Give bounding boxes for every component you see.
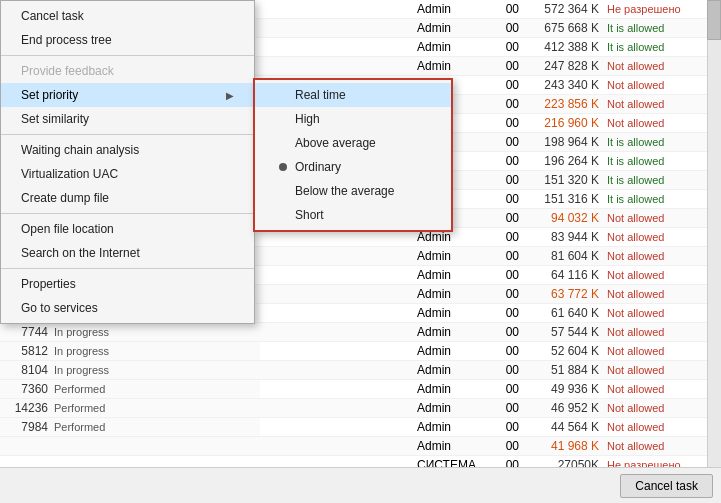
context-menu-item-virtualization-uac[interactable]: Virtualization UAC: [1, 162, 254, 186]
cancel-task-button[interactable]: Cancel task: [620, 474, 713, 498]
submenu-item-ordinary[interactable]: Ordinary: [255, 155, 451, 179]
menu-separator: [1, 55, 254, 56]
table-row[interactable]: 5812In progress: [0, 342, 260, 361]
scrollbar[interactable]: [707, 0, 721, 467]
context-menu-item-set-priority[interactable]: Set priority▶: [1, 83, 254, 107]
table-row[interactable]: 14236Performed: [0, 399, 260, 418]
menu-separator: [1, 213, 254, 214]
submenu-item-below-the-average[interactable]: Below the average: [255, 179, 451, 203]
context-menu-item-cancel-task[interactable]: Cancel task: [1, 4, 254, 28]
menu-separator: [1, 268, 254, 269]
context-menu-item-waiting-chain-analysis[interactable]: Waiting chain analysis: [1, 138, 254, 162]
context-menu-item-go-to-services[interactable]: Go to services: [1, 296, 254, 320]
context-menu-item-end-process-tree[interactable]: End process tree: [1, 28, 254, 52]
submenu-item-above-average[interactable]: Above average: [255, 131, 451, 155]
context-menu-item-properties[interactable]: Properties: [1, 272, 254, 296]
context-menu-item-provide-feedback: Provide feedback: [1, 59, 254, 83]
context-menu-item-set-similarity[interactable]: Set similarity: [1, 107, 254, 131]
context-menu-item-open-file-location[interactable]: Open file location: [1, 217, 254, 241]
context-menu-item-search-on-the-internet[interactable]: Search on the Internet: [1, 241, 254, 265]
bottom-bar: Cancel task: [0, 467, 721, 503]
context-menu-item-create-dump-file[interactable]: Create dump file: [1, 186, 254, 210]
submenu-item-high[interactable]: High: [255, 107, 451, 131]
context-menu: Cancel taskEnd process treeProvide feedb…: [0, 0, 255, 324]
table-row[interactable]: 7744In progress: [0, 323, 260, 342]
table-row[interactable]: Admin 00 41 968 K Not allowed: [0, 437, 721, 456]
submenu: Real timeHighAbove averageOrdinaryBelow …: [253, 78, 453, 232]
scrollbar-thumb[interactable]: [707, 0, 721, 40]
table-row[interactable]: 7360Performed: [0, 380, 260, 399]
submenu-item-short[interactable]: Short: [255, 203, 451, 227]
menu-separator: [1, 134, 254, 135]
table-row[interactable]: 7984Performed: [0, 418, 260, 437]
submenu-item-real-time[interactable]: Real time: [255, 83, 451, 107]
table-row[interactable]: 8104In progress: [0, 361, 260, 380]
